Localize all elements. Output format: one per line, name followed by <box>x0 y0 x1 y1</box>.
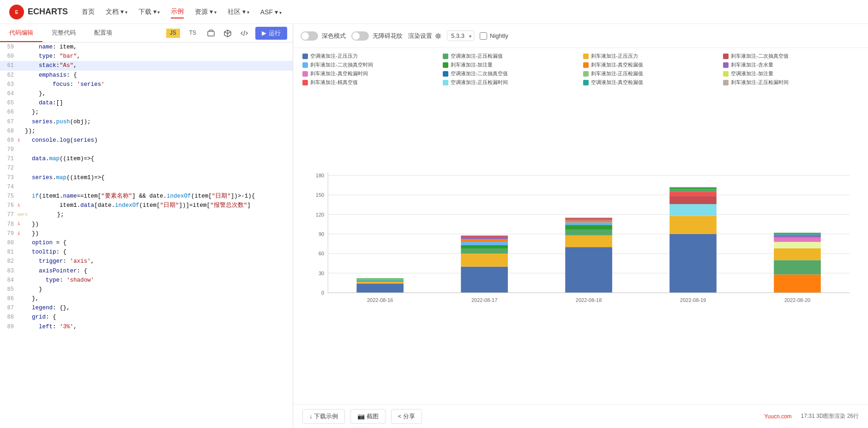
legend-item-15[interactable]: 刹车液加注-正压检漏时间 <box>723 79 859 86</box>
accessible-toggle[interactable] <box>351 31 369 41</box>
line-indicator-73 <box>18 173 23 182</box>
legend-item-4[interactable]: 刹车液加注-二次抽真空时间 <box>302 61 438 68</box>
bar-segment-0-1 <box>356 282 404 283</box>
legend-item-11[interactable]: 空调液加注-加注量 <box>723 70 859 77</box>
dark-mode-toggle[interactable] <box>301 31 318 41</box>
3d-icon[interactable] <box>205 28 217 39</box>
code-line-71[interactable]: 71 data.map((item)=>{ <box>0 154 293 163</box>
code-line-80[interactable]: 80 option = { <box>0 238 293 247</box>
line-content-85: } <box>23 285 293 294</box>
download-btn[interactable]: ↓ 下载示例 <box>302 409 345 424</box>
code-line-79[interactable]: 79i }) <box>0 229 293 238</box>
line-content-72 <box>23 163 293 173</box>
cube-icon[interactable] <box>222 28 233 39</box>
line-indicator-64 <box>18 89 23 98</box>
logo[interactable]: E ECHARTS <box>9 5 68 19</box>
legend-item-6[interactable]: 刹车液加注-真空检漏值 <box>583 61 719 68</box>
code-line-87[interactable]: 87 legend: {}, <box>0 303 293 313</box>
code-line-81[interactable]: 81 tooltip: { <box>0 247 293 257</box>
legend-item-14[interactable]: 空调液加注-真空检漏值 <box>583 79 719 86</box>
nav-item-5[interactable]: 社区 ▾ <box>228 6 249 18</box>
share-btn[interactable]: < 分享 <box>391 409 422 424</box>
code-line-82[interactable]: 82 trigger: 'axis', <box>0 257 293 266</box>
bar-segment-1-2 <box>461 248 508 253</box>
legend-item-5[interactable]: 刹车液加注-加注量 <box>443 61 579 68</box>
code-line-69[interactable]: 69i console.log(series) <box>0 136 293 145</box>
code-line-61[interactable]: 61 stack:"As", <box>0 61 293 70</box>
code-line-73[interactable]: 73 series.map((item1)=>{ <box>0 173 293 182</box>
logo-icon: E <box>9 5 24 19</box>
line-content-65: data:[] <box>23 98 293 108</box>
nav-item-2[interactable]: 下载 ▾ <box>139 6 160 18</box>
nav-item-0[interactable]: 首页 <box>82 6 95 18</box>
legend-label-7: 刹车液加注-含水量 <box>731 61 773 68</box>
tab-full-code[interactable]: 完整代码 <box>42 24 85 42</box>
legend-item-13[interactable]: 空调液加注-正压检漏时间 <box>443 79 579 86</box>
code-line-77[interactable]: 77warn }; <box>0 210 293 219</box>
code-line-74[interactable]: 74 <box>0 182 293 192</box>
line-content-75: if(item1.name==item["要素名称"] && date.inde… <box>23 192 293 201</box>
legend-item-1[interactable]: 空调液加注-正压检漏值 <box>443 53 579 60</box>
line-indicator-83 <box>18 266 23 276</box>
code-line-76[interactable]: 76i item1.data[date.indexOf(item["日期"])]… <box>0 201 293 210</box>
tab-config[interactable]: 配置项 <box>85 24 121 42</box>
code-line-60[interactable]: 60 type: "bar", <box>0 52 293 61</box>
line-number-67: 67 <box>0 117 18 127</box>
version-select[interactable]: 5.3.3 <box>447 30 474 41</box>
code-line-65[interactable]: 65 data:[] <box>0 98 293 108</box>
code-line-62[interactable]: 62 emphasis: { <box>0 71 293 80</box>
js-tab[interactable]: JS <box>166 29 180 38</box>
code-line-63[interactable]: 63 focus: 'series' <box>0 80 293 89</box>
line-number-64: 64 <box>0 89 18 98</box>
code-line-78[interactable]: 78i }) <box>0 220 293 229</box>
legend-item-12[interactable]: 刹车液加注-精真空值 <box>302 79 438 86</box>
code-line-68[interactable]: 68}); <box>0 127 293 136</box>
code-line-86[interactable]: 86 }, <box>0 294 293 303</box>
code-line-70[interactable]: 70 <box>0 145 293 154</box>
line-number-75: 75 <box>0 192 18 201</box>
code-line-83[interactable]: 83 axisPointer: { <box>0 266 293 276</box>
nav-item-4[interactable]: 资源 ▾ <box>195 6 217 18</box>
nav-item-1[interactable]: 文档 ▾ <box>106 6 127 18</box>
code-line-59[interactable]: 59 name: item, <box>0 42 293 52</box>
nightly-checkbox[interactable] <box>480 32 487 40</box>
legend-color-5 <box>443 62 448 68</box>
x-label-1: 2022-08-17 <box>471 297 497 303</box>
code-line-88[interactable]: 88 grid: { <box>0 313 293 322</box>
legend-color-13 <box>443 80 448 85</box>
version-wrapper: 5.3.3 <box>447 30 474 41</box>
line-content-61: stack:"As", <box>23 61 293 70</box>
legend-item-7[interactable]: 刹车液加注-含水量 <box>723 61 859 68</box>
line-number-76: 76 <box>0 201 18 210</box>
ts-tab[interactable]: TS <box>186 29 200 38</box>
y-label: 150 <box>316 192 324 198</box>
legend-item-0[interactable]: 空调液加注-正压压力 <box>302 53 438 60</box>
code-icon[interactable] <box>239 28 250 39</box>
render-settings-btn[interactable]: 渲染设置 <box>408 32 441 40</box>
code-editor[interactable]: 59 name: item,60 type: "bar",61 stack:"A… <box>0 42 293 428</box>
code-line-89[interactable]: 89 left: '3%', <box>0 322 293 332</box>
legend-item-3[interactable]: 刹车液加注-二次抽真空值 <box>723 53 859 60</box>
y-label: 90 <box>319 231 324 237</box>
legend-color-3 <box>723 54 729 59</box>
screenshot-btn[interactable]: 📷 截图 <box>350 409 386 424</box>
legend-item-9[interactable]: 空调液加注-二次抽真空值 <box>443 70 579 77</box>
code-line-84[interactable]: 84 type: 'shadow' <box>0 276 293 285</box>
code-line-85[interactable]: 85 } <box>0 285 293 294</box>
code-line-66[interactable]: 66 }; <box>0 108 293 117</box>
code-line-72[interactable]: 72 <box>0 163 293 173</box>
legend-item-8[interactable]: 刹车液加注-真空检漏时间 <box>302 70 438 77</box>
brand-link[interactable]: Yuucn.com <box>764 413 791 420</box>
legend-item-10[interactable]: 刹车液加注-正压检漏值 <box>583 70 719 77</box>
nav-item-3[interactable]: 示例 <box>171 6 184 18</box>
line-indicator-69: i <box>18 136 23 145</box>
line-indicator-78: i <box>18 220 23 229</box>
code-line-64[interactable]: 64 }, <box>0 89 293 98</box>
nav-item-6[interactable]: ASF ▾ <box>260 6 282 18</box>
code-line-75[interactable]: 75 if(item1.name==item["要素名称"] && date.i… <box>0 192 293 201</box>
run-button[interactable]: ▶ 运行 <box>255 27 287 40</box>
tab-code-editor[interactable]: 代码编辑 <box>0 24 42 42</box>
code-line-67[interactable]: 67 series.push(obj); <box>0 117 293 127</box>
nightly-checkbox-group[interactable]: Nightly <box>480 32 508 40</box>
legend-item-2[interactable]: 刹车液加注-正压压力 <box>583 53 719 60</box>
